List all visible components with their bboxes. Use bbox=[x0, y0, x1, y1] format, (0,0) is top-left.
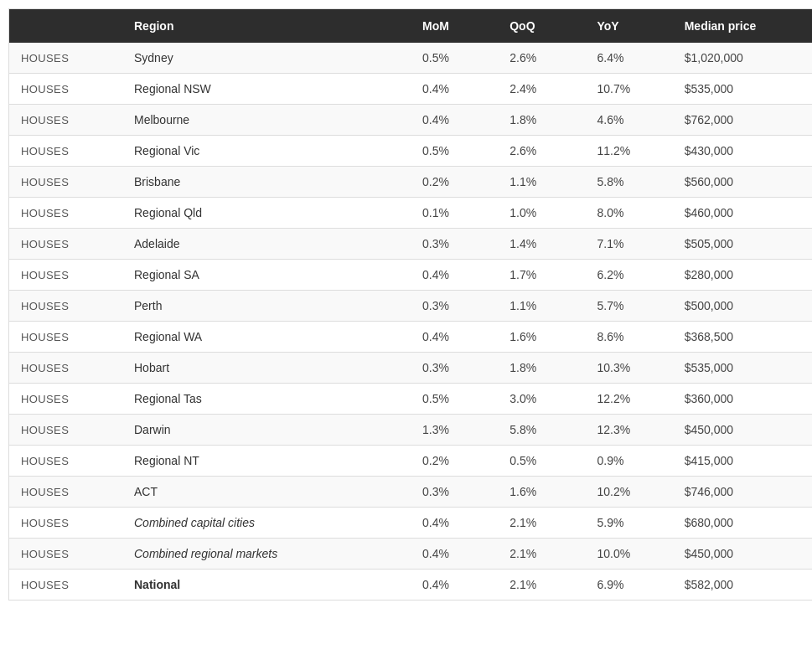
cell-mom: 0.1% bbox=[411, 198, 498, 229]
table-row: HOUSESRegional SA0.4%1.7%6.2%$280,000 bbox=[9, 260, 813, 291]
header-type bbox=[9, 9, 123, 44]
header-yoy: YoY bbox=[585, 9, 672, 44]
cell-yoy: 0.9% bbox=[585, 446, 672, 477]
header-mom: MoM bbox=[411, 9, 498, 44]
cell-mom: 0.4% bbox=[411, 322, 498, 353]
table-row: HOUSESPerth0.3%1.1%5.7%$500,000 bbox=[9, 291, 813, 322]
cell-region: Regional Tas bbox=[122, 384, 411, 415]
cell-mom: 0.4% bbox=[411, 74, 498, 105]
cell-qoq: 1.7% bbox=[498, 260, 585, 291]
cell-region: Sydney bbox=[122, 43, 411, 74]
cell-mom: 0.2% bbox=[411, 167, 498, 198]
cell-median: $535,000 bbox=[673, 74, 812, 105]
cell-qoq: 2.4% bbox=[498, 74, 585, 105]
cell-type: HOUSES bbox=[9, 539, 123, 570]
cell-median: $560,000 bbox=[673, 167, 812, 198]
cell-yoy: 5.7% bbox=[585, 291, 672, 322]
cell-yoy: 6.2% bbox=[585, 260, 672, 291]
cell-region: Regional WA bbox=[122, 322, 411, 353]
cell-type: HOUSES bbox=[9, 291, 123, 322]
cell-qoq: 1.6% bbox=[498, 477, 585, 508]
cell-qoq: 0.5% bbox=[498, 446, 585, 477]
cell-type: HOUSES bbox=[9, 136, 123, 167]
cell-median: $1,020,000 bbox=[673, 43, 812, 74]
cell-qoq: 2.1% bbox=[498, 508, 585, 539]
cell-yoy: 10.2% bbox=[585, 477, 672, 508]
cell-type: HOUSES bbox=[9, 260, 123, 291]
table-row: HOUSESCombined capital cities0.4%2.1%5.9… bbox=[9, 508, 813, 539]
table-header-row: Region MoM QoQ YoY Median price bbox=[9, 9, 813, 44]
cell-median: $460,000 bbox=[673, 198, 812, 229]
cell-region: Melbourne bbox=[122, 105, 411, 136]
cell-qoq: 1.8% bbox=[498, 105, 585, 136]
cell-yoy: 12.2% bbox=[585, 384, 672, 415]
cell-median: $582,000 bbox=[673, 570, 812, 601]
cell-mom: 0.4% bbox=[411, 570, 498, 601]
cell-region: Hobart bbox=[122, 353, 411, 384]
cell-median: $500,000 bbox=[673, 291, 812, 322]
cell-qoq: 1.1% bbox=[498, 167, 585, 198]
cell-median: $430,000 bbox=[673, 136, 812, 167]
cell-median: $280,000 bbox=[673, 260, 812, 291]
cell-type: HOUSES bbox=[9, 353, 123, 384]
cell-yoy: 8.0% bbox=[585, 198, 672, 229]
cell-yoy: 12.3% bbox=[585, 415, 672, 446]
table-row: HOUSESSydney0.5%2.6%6.4%$1,020,000 bbox=[9, 43, 813, 74]
table-row: HOUSESRegional NT0.2%0.5%0.9%$415,000 bbox=[9, 446, 813, 477]
cell-region: Adelaide bbox=[122, 229, 411, 260]
cell-yoy: 8.6% bbox=[585, 322, 672, 353]
cell-median: $368,500 bbox=[673, 322, 812, 353]
cell-median: $450,000 bbox=[673, 539, 812, 570]
table-row: HOUSESDarwin1.3%5.8%12.3%$450,000 bbox=[9, 415, 813, 446]
cell-region: Regional Qld bbox=[122, 198, 411, 229]
cell-region: National bbox=[122, 570, 411, 601]
cell-median: $746,000 bbox=[673, 477, 812, 508]
cell-median: $535,000 bbox=[673, 353, 812, 384]
cell-type: HOUSES bbox=[9, 384, 123, 415]
cell-median: $680,000 bbox=[673, 508, 812, 539]
cell-region: Perth bbox=[122, 291, 411, 322]
table-row: HOUSESRegional Vic0.5%2.6%11.2%$430,000 bbox=[9, 136, 813, 167]
cell-region: ACT bbox=[122, 477, 411, 508]
cell-yoy: 10.7% bbox=[585, 74, 672, 105]
cell-type: HOUSES bbox=[9, 570, 123, 601]
header-qoq: QoQ bbox=[498, 9, 585, 44]
cell-mom: 1.3% bbox=[411, 415, 498, 446]
cell-mom: 0.3% bbox=[411, 291, 498, 322]
cell-mom: 0.5% bbox=[411, 136, 498, 167]
cell-qoq: 2.1% bbox=[498, 570, 585, 601]
cell-yoy: 7.1% bbox=[585, 229, 672, 260]
cell-region: Brisbane bbox=[122, 167, 411, 198]
cell-median: $415,000 bbox=[673, 446, 812, 477]
cell-median: $505,000 bbox=[673, 229, 812, 260]
cell-mom: 0.2% bbox=[411, 446, 498, 477]
cell-type: HOUSES bbox=[9, 74, 123, 105]
header-region: Region bbox=[122, 9, 411, 44]
cell-type: HOUSES bbox=[9, 415, 123, 446]
table-row: HOUSESBrisbane0.2%1.1%5.8%$560,000 bbox=[9, 167, 813, 198]
cell-region: Darwin bbox=[122, 415, 411, 446]
cell-type: HOUSES bbox=[9, 198, 123, 229]
cell-yoy: 6.9% bbox=[585, 570, 672, 601]
cell-mom: 0.3% bbox=[411, 229, 498, 260]
table-row: HOUSESRegional WA0.4%1.6%8.6%$368,500 bbox=[9, 322, 813, 353]
cell-yoy: 11.2% bbox=[585, 136, 672, 167]
cell-type: HOUSES bbox=[9, 477, 123, 508]
cell-type: HOUSES bbox=[9, 167, 123, 198]
cell-mom: 0.4% bbox=[411, 260, 498, 291]
cell-qoq: 2.1% bbox=[498, 539, 585, 570]
cell-type: HOUSES bbox=[9, 105, 123, 136]
cell-type: HOUSES bbox=[9, 508, 123, 539]
cell-yoy: 5.9% bbox=[585, 508, 672, 539]
cell-mom: 0.4% bbox=[411, 508, 498, 539]
cell-type: HOUSES bbox=[9, 322, 123, 353]
table-row: HOUSESMelbourne0.4%1.8%4.6%$762,000 bbox=[9, 105, 813, 136]
table-row: HOUSESACT0.3%1.6%10.2%$746,000 bbox=[9, 477, 813, 508]
cell-type: HOUSES bbox=[9, 229, 123, 260]
table-row: HOUSESRegional Qld0.1%1.0%8.0%$460,000 bbox=[9, 198, 813, 229]
cell-qoq: 3.0% bbox=[498, 384, 585, 415]
cell-type: HOUSES bbox=[9, 43, 123, 74]
cell-yoy: 10.3% bbox=[585, 353, 672, 384]
table-row: HOUSESCombined regional markets0.4%2.1%1… bbox=[9, 539, 813, 570]
cell-yoy: 4.6% bbox=[585, 105, 672, 136]
